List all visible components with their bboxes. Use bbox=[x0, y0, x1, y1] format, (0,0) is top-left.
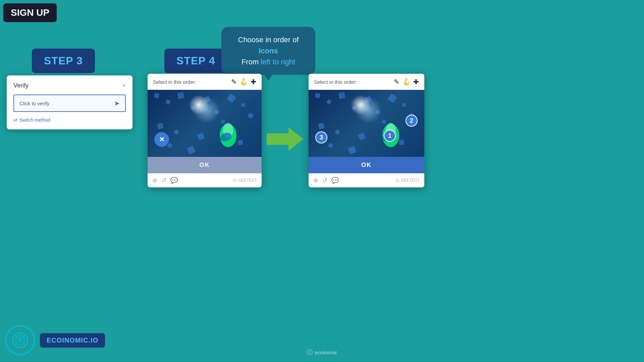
captcha-right-bottom: ⊗ ↺ 💬 ⊙ GEETEST bbox=[309, 173, 424, 187]
num-circle-3[interactable]: 3 bbox=[315, 131, 327, 143]
captcha-left-image[interactable]: ✕ bbox=[148, 90, 262, 157]
captcha-right-image[interactable]: 1 2 3 bbox=[309, 90, 424, 157]
pen-icon: ✎ bbox=[231, 78, 237, 86]
pen-icon-right: ✎ bbox=[394, 78, 399, 86]
captcha-left-header-text: Select in this order: bbox=[153, 79, 196, 85]
tooltip-left-highlight: left to right bbox=[261, 58, 295, 66]
refresh-bottom-icon[interactable]: ↺ bbox=[161, 177, 166, 184]
signup-badge: SIGN UP bbox=[3, 3, 57, 22]
green-arrow bbox=[267, 127, 304, 151]
step3-label: STEP 3 bbox=[32, 49, 95, 73]
hanger-icon: 🪝 bbox=[239, 78, 248, 86]
ok-button-left[interactable]: OK bbox=[148, 157, 262, 173]
footer-text: € ecoinomic bbox=[307, 349, 337, 355]
captcha-left-bottom: ⊗ ↺ 💬 ⊙ GEETEST bbox=[148, 173, 262, 187]
geetest-label-left: ⊙ GEETEST bbox=[233, 178, 257, 183]
captcha-panel-right: Select in this order: ✎ 🪝 ✚ bbox=[309, 74, 424, 187]
refresh-bottom-right-icon[interactable]: ↺ bbox=[322, 177, 327, 184]
switch-method-label: Switch method bbox=[19, 117, 50, 123]
flame-shape bbox=[216, 117, 240, 148]
num-circle-1[interactable]: 1 bbox=[384, 130, 396, 142]
verify-arrow-icon: ➤ bbox=[114, 99, 120, 107]
verify-dialog-title: Verify bbox=[13, 82, 29, 89]
logo-area: € ECOINOMIC.IO bbox=[5, 325, 105, 355]
cancel-circle[interactable]: ✕ bbox=[154, 132, 169, 147]
plus-icon-right: ✚ bbox=[413, 78, 419, 86]
svg-marker-3 bbox=[267, 127, 304, 151]
logo-circle: € bbox=[5, 325, 35, 355]
svg-text:€: € bbox=[309, 351, 311, 354]
logo-name: ECOINOMIC.IO bbox=[40, 333, 105, 348]
captcha-panel-left: Select in this order: ✎ 🪝 ✚ bbox=[148, 74, 262, 187]
ok-button-right[interactable]: OK bbox=[309, 157, 424, 173]
captcha-right-header-text: Select in this order: bbox=[314, 79, 357, 85]
click-to-verify-text: Click to verify bbox=[19, 101, 49, 106]
svg-text:€: € bbox=[18, 336, 22, 344]
captcha-right-order-icons: ✎ 🪝 ✚ bbox=[394, 78, 419, 86]
light-burst2 bbox=[189, 95, 209, 115]
tooltip-bubble: Choose in order of Icons From left to ri… bbox=[221, 27, 315, 75]
switch-method-link[interactable]: ⇄ Switch method bbox=[13, 117, 126, 123]
close-bottom-right-icon[interactable]: ⊗ bbox=[313, 177, 318, 184]
plus-icon: ✚ bbox=[251, 78, 256, 86]
chat-bottom-icon[interactable]: 💬 bbox=[170, 177, 178, 184]
click-to-verify-box[interactable]: Click to verify ➤ bbox=[13, 95, 126, 112]
geetest-label-right: ⊙ GEETEST bbox=[395, 178, 420, 183]
step4-label: STEP 4 bbox=[164, 49, 227, 73]
switch-icon: ⇄ bbox=[13, 117, 17, 123]
chat-bottom-right-icon[interactable]: 💬 bbox=[331, 177, 339, 184]
close-bottom-icon[interactable]: ⊗ bbox=[152, 177, 157, 184]
light-burst2-r bbox=[351, 95, 371, 115]
verify-close-button[interactable]: × bbox=[122, 82, 126, 89]
verify-dialog: Verify × Click to verify ➤ ⇄ Switch meth… bbox=[7, 75, 132, 129]
captcha-left-header: Select in this order: ✎ 🪝 ✚ bbox=[148, 74, 262, 90]
captcha-right-header: Select in this order: ✎ 🪝 ✚ bbox=[309, 74, 424, 90]
num-circle-2[interactable]: 2 bbox=[406, 115, 418, 127]
tooltip-line1: Choose in order of bbox=[238, 36, 299, 44]
tooltip-from: From bbox=[241, 58, 261, 66]
hanger-icon-right: 🪝 bbox=[402, 78, 411, 86]
tooltip-icons-highlight: Icons bbox=[259, 47, 278, 55]
captcha-left-order-icons: ✎ 🪝 ✚ bbox=[231, 78, 256, 86]
footer-label: ecoinomic bbox=[315, 350, 337, 355]
